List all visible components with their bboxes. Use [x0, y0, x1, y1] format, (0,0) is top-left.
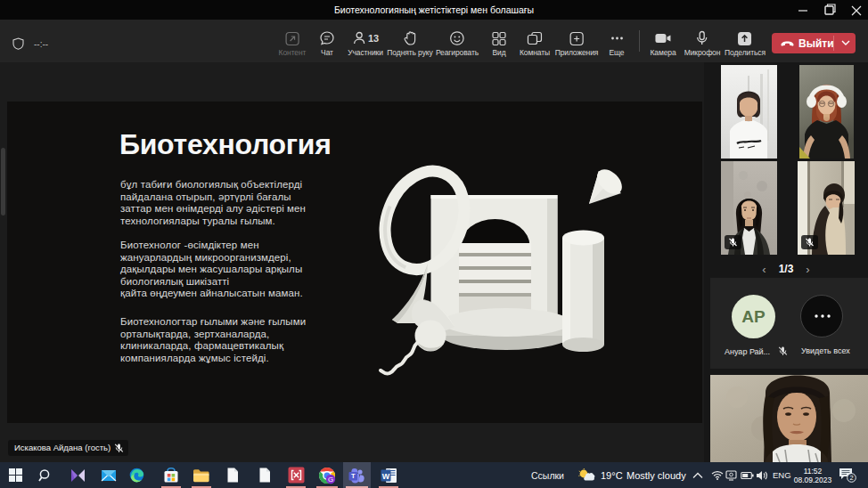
svg-text:2: 2 — [849, 474, 853, 482]
svg-text:W: W — [382, 471, 390, 480]
svg-text:G: G — [328, 475, 333, 483]
svg-text:T: T — [351, 472, 356, 480]
